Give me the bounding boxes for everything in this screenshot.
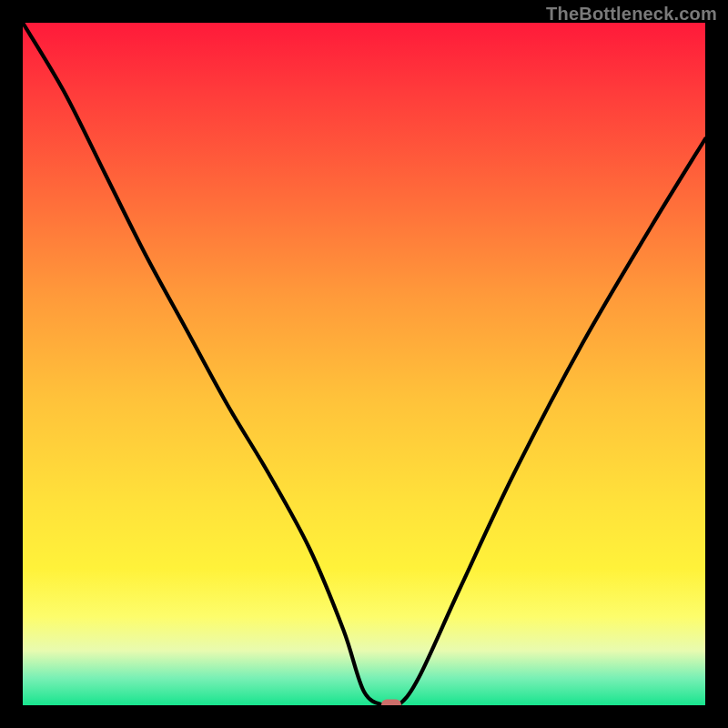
plot-area [23,23,705,705]
bottleneck-curve [23,23,705,705]
optimum-marker [381,700,401,706]
watermark-text: TheBottleneck.com [546,4,717,25]
chart-frame: TheBottleneck.com [0,0,728,728]
